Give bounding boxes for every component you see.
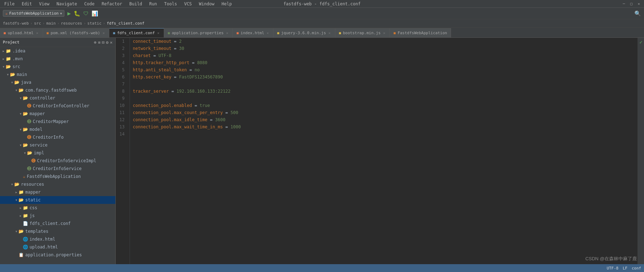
tab-close-bootstrap[interactable]: ✕ — [382, 31, 386, 35]
tree-label-creditor-mapper: CreditorMapper — [33, 119, 69, 124]
tree-item-resources[interactable]: ▼ 📂 resources — [0, 180, 115, 188]
code-editor[interactable]: 1 2 3 4 5 6 7 8 9 10 11 12 13 14 connect… — [116, 38, 638, 264]
tab-close-app-props[interactable]: ✕ — [225, 31, 229, 35]
tree-item-static[interactable]: ▼ 📂 static — [0, 196, 115, 204]
coverage-button[interactable]: 🛡 — [83, 10, 89, 17]
line-num-13: 13 — [116, 123, 127, 130]
close-button[interactable]: ✕ — [637, 1, 641, 6]
validation-check-icon: ✓ — [639, 39, 642, 45]
tree-label-fdfs-conf: fdfs_client.conf — [30, 221, 71, 226]
tree-item-css[interactable]: ▶ 📁 css — [0, 204, 115, 212]
debug-button[interactable]: 🐛 — [74, 10, 80, 17]
code-content[interactable]: connect_timeout = 2 network_timeout = 30… — [130, 38, 638, 264]
maximize-button[interactable]: □ — [629, 1, 634, 6]
arrow-creditor-info — [23, 136, 27, 139]
menu-code[interactable]: Code — [83, 1, 96, 7]
status-encoding[interactable]: UTF-8 — [607, 266, 618, 271]
tree-item-idea[interactable]: ▶ 📁 .idea — [0, 47, 115, 55]
menu-help[interactable]: Help — [220, 1, 233, 7]
menu-navigate[interactable]: Navigate — [55, 1, 79, 7]
menu-view[interactable]: View — [38, 1, 51, 7]
tree-item-java[interactable]: ▼ 📂 java — [0, 78, 115, 86]
menu-edit[interactable]: Edit — [20, 1, 33, 7]
tree-item-controller[interactable]: ▼ 📂 controller — [0, 94, 115, 102]
tree-item-model[interactable]: ▼ 📂 model — [0, 125, 115, 133]
sidebar-collapse-icon[interactable]: ⊟ — [102, 40, 104, 45]
tree-item-fdfs-conf[interactable]: 📄 fdfs_client.conf — [0, 220, 115, 227]
tree-item-fastdfs-app[interactable]: ☕ FastdfsWebApplication — [0, 173, 115, 180]
tab-close-upload-html[interactable]: ✕ — [35, 31, 39, 35]
profile-button[interactable]: 📊 — [91, 10, 98, 17]
tab-pom-xml[interactable]: ◼ pom.xml (fastdfs-web) ✕ — [43, 28, 110, 37]
menu-window[interactable]: Window — [198, 1, 216, 7]
tab-upload-html[interactable]: ◼ upload.html ✕ — [0, 28, 43, 37]
search-everywhere-button[interactable]: 🔍 — [634, 10, 641, 17]
tree-item-impl[interactable]: ▼ 📂 impl — [0, 149, 115, 157]
tree-item-service-impl[interactable]: 🅒 CreditorInfoServiceImpl — [0, 157, 115, 165]
tree-item-src[interactable]: ▼ 📂 src — [0, 63, 115, 71]
tab-bootstrap-js[interactable]: ◼ bootstrap.min.js ✕ — [335, 28, 390, 37]
tree-item-upload-html[interactable]: 🌐 upload.html — [0, 243, 115, 251]
arrow-res-mapper: ▶ — [14, 191, 19, 194]
arrow-css: ▶ — [19, 206, 23, 210]
menu-refactor[interactable]: Refactor — [100, 1, 124, 7]
breadcrumb-project[interactable]: fastdfs-web — [3, 21, 29, 26]
arrow-creditor-service — [23, 167, 27, 170]
tree-item-main[interactable]: ▼ 📂 main — [0, 71, 115, 78]
run-config-dropdown-icon[interactable]: ▼ — [60, 12, 62, 15]
tree-item-creditor-service[interactable]: 🅘 CreditorInfoService — [0, 165, 115, 173]
tab-close-index-html[interactable]: ✕ — [266, 31, 269, 35]
run-button[interactable]: ▶ — [67, 10, 71, 17]
folder-icon-package: 📂 — [19, 88, 24, 93]
tab-fastdfs-app[interactable]: ◼ FastdfsWebApplication — [390, 28, 451, 37]
minimize-button[interactable]: ─ — [622, 1, 626, 6]
tab-jquery-js[interactable]: ◼ jquery-3.6.0.min.js ✕ — [273, 28, 335, 37]
breadcrumb-main[interactable]: main — [46, 21, 56, 26]
sidebar-close-icon[interactable]: ✕ — [110, 40, 112, 45]
menu-build[interactable]: Build — [128, 1, 143, 7]
breadcrumb-resources[interactable]: resources — [61, 21, 82, 26]
tab-index-html[interactable]: ◼ index.html ✕ — [233, 28, 273, 37]
tree-item-creditor-mapper[interactable]: 🅘 CreditorMapper — [0, 118, 115, 125]
menu-file[interactable]: File — [3, 1, 16, 7]
tree-label-upload-html: upload.html — [30, 245, 58, 250]
tab-icon-bootstrap: ◼ — [339, 31, 341, 35]
watermark: CSDN @在森林中麻了鹿 — [585, 256, 637, 262]
breadcrumb-src[interactable]: src — [34, 21, 41, 26]
tree-item-templates[interactable]: ▼ 📂 templates — [0, 227, 115, 235]
tab-application-properties[interactable]: ◼ application.properties ✕ — [164, 28, 233, 37]
sidebar-settings-icon[interactable]: ⊕ — [94, 40, 96, 45]
tab-label-pom-xml: pom.xml (fastdfs-web) — [51, 31, 100, 35]
folder-icon-controller: 📂 — [23, 96, 28, 101]
tab-fdfs-conf[interactable]: ◼ fdfs_client.conf ✕ — [109, 28, 164, 37]
tree-item-res-mapper[interactable]: ▶ 📁 mapper — [0, 188, 115, 196]
status-line-separator[interactable]: LF — [623, 266, 627, 271]
tab-close-jquery[interactable]: ✕ — [328, 31, 331, 35]
line-num-4: 4 — [116, 59, 127, 66]
tree-item-package[interactable]: ▼ 📂 com.fancy.fastdfsweb — [0, 86, 115, 94]
sidebar-expand-icon[interactable]: ≡ — [98, 40, 100, 45]
sidebar-gear-icon[interactable]: ⚙ — [106, 40, 109, 45]
tree-item-index-html[interactable]: 🌐 index.html — [0, 235, 115, 243]
tree-item-creditor-controller[interactable]: 🅒 CreditorInfoController — [0, 102, 115, 110]
breadcrumb-file[interactable]: fdfs_client.conf — [107, 21, 145, 26]
breadcrumb-static[interactable]: static — [87, 21, 101, 26]
tree-item-mvn[interactable]: ▶ 📁 .mvn — [0, 55, 115, 63]
tree-label-controller: controller — [30, 96, 55, 101]
tree-label-java: java — [21, 80, 31, 85]
tree-item-app-props[interactable]: 📋 application.properties — [0, 251, 115, 259]
tab-close-fdfs-conf[interactable]: ✕ — [157, 31, 160, 35]
menu-tools[interactable]: Tools — [163, 1, 178, 7]
status-file-type[interactable]: conf — [632, 266, 642, 271]
menu-vcs[interactable]: VCS — [183, 1, 193, 7]
html-icon-upload: 🌐 — [23, 245, 28, 250]
tree-item-service[interactable]: ▼ 📂 service — [0, 141, 115, 149]
line-num-11: 11 — [116, 109, 127, 116]
tab-close-pom-xml[interactable]: ✕ — [102, 31, 105, 35]
tree-item-mapper[interactable]: ▼ 📂 mapper — [0, 110, 115, 118]
run-configuration[interactable]: ☕ FastdfsWebApplication ▼ — [3, 10, 64, 17]
menu-run[interactable]: Run — [148, 1, 158, 7]
tree-item-js[interactable]: ▶ 📁 js — [0, 212, 115, 220]
tree-label-static: static — [25, 197, 41, 202]
tree-item-creditor-info[interactable]: 🅒 CreditorInfo — [0, 133, 115, 141]
